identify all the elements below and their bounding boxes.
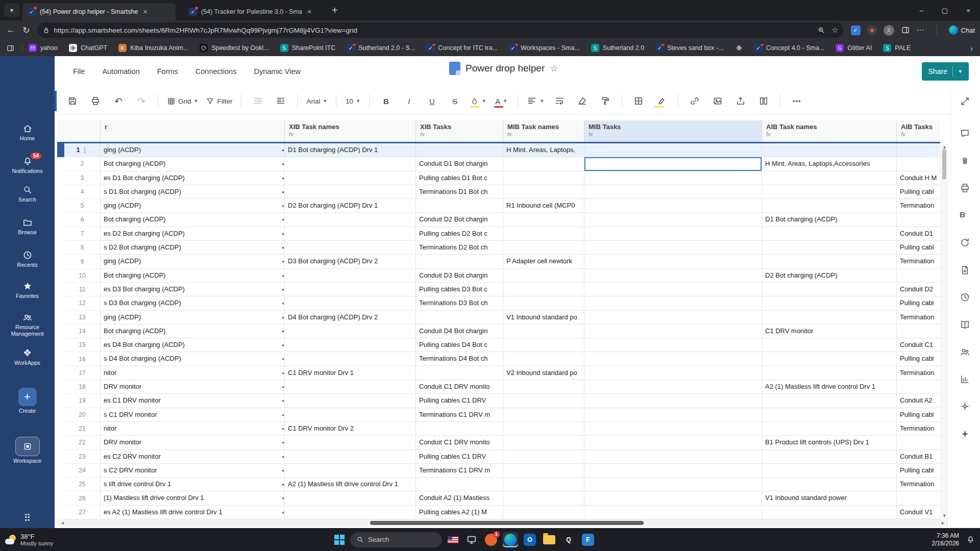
grid-cell[interactable]: C1 DRV monitor Drv 1 xyxy=(285,366,416,380)
grid-cell[interactable] xyxy=(503,450,584,464)
row-number[interactable]: 6 xyxy=(64,213,101,227)
row-select-strip[interactable] xyxy=(57,213,64,227)
row-select-strip[interactable] xyxy=(57,171,64,185)
grid-cell[interactable]: Termination xyxy=(897,366,940,380)
grid-cell[interactable]: Conduit C1 xyxy=(897,338,940,352)
grid-cell[interactable]: Pulling cables A2 (1) M xyxy=(416,506,503,519)
grid-cell[interactable]: s D1 Bot charging (ACDP)◂ xyxy=(101,185,285,199)
row-number[interactable]: 20 xyxy=(64,408,101,422)
font-size-select[interactable]: 10▼ xyxy=(343,93,362,109)
font-color-button[interactable]: A ▼ xyxy=(492,93,511,109)
file-explorer[interactable] xyxy=(542,532,557,547)
row-select-strip[interactable] xyxy=(57,338,64,352)
row-number[interactable]: 26 xyxy=(64,491,101,505)
grid-cell[interactable] xyxy=(584,380,762,394)
row-number[interactable]: 5 xyxy=(64,199,101,213)
row-number[interactable]: 2 xyxy=(64,157,101,171)
row-select-strip[interactable] xyxy=(57,255,64,268)
grid-cell[interactable]: (1) Mastless lift drive control Drv 1◂ xyxy=(101,491,285,505)
grid-cell[interactable] xyxy=(584,213,762,227)
grid-cell[interactable] xyxy=(503,380,584,394)
bookmarks-overflow-chevron-icon[interactable]: › xyxy=(970,44,973,53)
redo-button[interactable]: ↷ xyxy=(132,93,151,109)
favorite-star-icon[interactable]: ☆ xyxy=(550,63,558,74)
grid-cell[interactable] xyxy=(416,478,503,491)
grid-cell[interactable]: C1 DRV monitor xyxy=(762,324,897,338)
sidebar-item-create[interactable]: +Create xyxy=(0,388,55,414)
sidebar-item-recents[interactable]: Recents xyxy=(0,250,55,268)
update-requests-icon[interactable] xyxy=(960,237,970,248)
grid-cell[interactable]: s D2 Bot charging (ACDP)◂ xyxy=(101,241,285,255)
filter-button[interactable]: Filter xyxy=(204,93,234,109)
grid-cell[interactable]: A2 (1) Mastless lift drive control Drv 1 xyxy=(762,380,897,394)
bookmark-item[interactable]: ✓Steves sand box -... xyxy=(655,44,723,52)
grid-cell[interactable]: H Mint. Areas, Laptops,Accessories xyxy=(762,157,897,171)
row-select-strip[interactable] xyxy=(57,491,64,505)
bookmark-item[interactable]: ✓Concept 4.0 - Sma... xyxy=(754,44,825,52)
grid-cell[interactable] xyxy=(584,436,762,449)
grid-cell[interactable] xyxy=(285,380,416,394)
grid-cell[interactable]: D2 Bot charging (ACDP) Drv 1 xyxy=(285,199,416,213)
grid-cell[interactable]: V1 Inbound standard po xyxy=(503,311,584,324)
grid-cell[interactable]: Conduit D1 Bot chargin xyxy=(416,157,503,171)
browser-tab-inactive[interactable]: ✓ (54) Tracker for Palestine 3.0 - Sma × xyxy=(184,3,326,20)
create-document-icon[interactable] xyxy=(960,265,970,276)
grid-cell[interactable]: Conduit A2 (1) Mastless xyxy=(416,491,503,505)
grid-cell[interactable] xyxy=(285,227,416,241)
grid-cell[interactable]: Conduit V1 xyxy=(897,506,940,519)
row-number[interactable]: 23 xyxy=(64,450,101,464)
bookmark-item[interactable]: SSharePoint ITC xyxy=(280,44,335,52)
scroll-down-icon[interactable]: ▼ xyxy=(942,513,947,518)
grid-cell[interactable] xyxy=(584,241,762,255)
bookmark-item[interactable]: SSutherland 2.0 xyxy=(591,44,644,52)
zoom-icon[interactable] xyxy=(817,26,825,34)
back-icon[interactable]: ← xyxy=(3,25,18,35)
menu-connections[interactable]: Connections xyxy=(195,67,237,76)
grid-cell[interactable]: Pulling cables D3 Bot c xyxy=(416,283,503,296)
sidebar-item-workapps[interactable]: ❖WorkApps xyxy=(0,348,55,366)
sidebar-item-resource-management[interactable]: Resource Management xyxy=(0,312,55,337)
metrics-icon[interactable] xyxy=(960,374,970,385)
grid-cell[interactable] xyxy=(762,227,897,241)
grid-cell[interactable] xyxy=(503,283,584,296)
taskbar-search[interactable]: Search xyxy=(350,532,442,547)
grid-cell[interactable] xyxy=(285,171,416,185)
grid-cell[interactable] xyxy=(503,213,584,227)
underline-button[interactable]: U xyxy=(422,93,442,109)
bookmark-item[interactable]: Speedtest by Ookl... xyxy=(200,44,269,52)
grid-cell[interactable]: Pulling cables D4 Bot c xyxy=(416,338,503,352)
grid-cell[interactable] xyxy=(285,241,416,255)
grid-cell[interactable]: DRV monitor◂ xyxy=(101,436,285,449)
grid-cell[interactable]: V1 Inbound standard power xyxy=(762,491,897,505)
grid-cell[interactable]: Conduit A2 xyxy=(897,394,940,408)
grid-cell[interactable]: Termination xyxy=(897,422,940,436)
column-header-aib_name[interactable]: AIB Task namesfx xyxy=(762,120,897,142)
row-number[interactable]: 12 xyxy=(64,296,101,310)
desktop-app[interactable] xyxy=(464,532,479,547)
edge-browser[interactable] xyxy=(503,532,518,547)
grid-cell[interactable]: ging (ACDP)◂ xyxy=(101,199,285,213)
grid-cell[interactable] xyxy=(584,450,762,464)
proofs-icon[interactable] xyxy=(960,183,970,193)
bookmark-item[interactable]: ✓Workspaces - Sma... xyxy=(509,44,580,52)
grid-cell[interactable] xyxy=(584,352,762,366)
grid-cell[interactable]: Bot charging (ACDP)◂ xyxy=(101,269,285,283)
grid-cell[interactable] xyxy=(762,506,897,519)
grid-cell[interactable]: V2 Inbound standard po xyxy=(503,366,584,380)
ai-assistant-icon[interactable] xyxy=(960,429,970,439)
tab-search-chevron-icon[interactable]: ▾ xyxy=(4,4,19,17)
grid-cell[interactable] xyxy=(285,450,416,464)
row-select-strip[interactable] xyxy=(57,269,64,283)
grid-cell[interactable]: Pulling cabl xyxy=(897,408,940,422)
grid-cell[interactable]: Pulling cables D1 Bot c xyxy=(416,171,503,185)
grid-cell[interactable]: A2 (1) Mastless lift drive control Drv 1 xyxy=(285,478,416,491)
grid-cell[interactable] xyxy=(285,436,416,449)
grid-cell[interactable]: H Mint. Areas, Laptops, xyxy=(503,143,584,157)
row-drag-handle-icon[interactable]: ⋮ xyxy=(82,146,88,154)
sidebar-item-browse[interactable]: Browse xyxy=(0,217,55,236)
row-select-strip[interactable] xyxy=(57,352,64,366)
outlook-app[interactable]: O xyxy=(522,532,537,547)
bookmark-item[interactable]: GGlitter AI xyxy=(836,44,872,52)
grid-cell[interactable] xyxy=(584,227,762,241)
grid-cell[interactable] xyxy=(762,478,897,491)
